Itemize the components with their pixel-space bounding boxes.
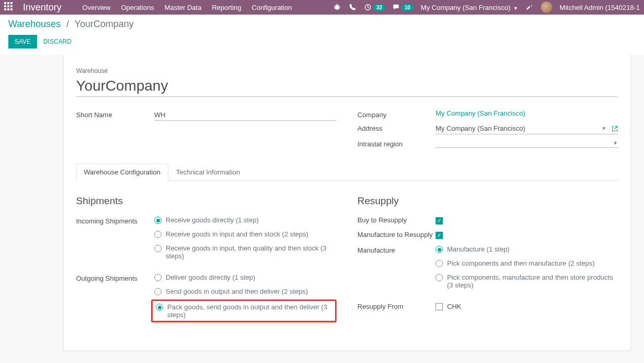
manufacture-to-resupply-label: Manufacture to Resupply <box>357 231 436 239</box>
manufacture-option-1step[interactable]: Manufacture (1 step) <box>436 245 618 253</box>
messages-badge: 10 <box>401 4 413 11</box>
incoming-option-1step[interactable]: Receive goods directly (1 step) <box>154 216 337 224</box>
brand-title[interactable]: Inventory <box>23 2 61 13</box>
breadcrumb: Warehouses / YourCompany <box>8 19 636 30</box>
outgoing-option-1step[interactable]: Deliver goods directly (1 step) <box>154 273 337 281</box>
phone-icon[interactable] <box>349 3 357 11</box>
resupply-from-chk-label: CHK <box>447 303 461 310</box>
manufacture-option-1step-label: Manufacture (1 step) <box>447 245 510 253</box>
radio-icon <box>154 288 162 295</box>
section-resupply: Resupply Buy to Resupply Manufacture to … <box>357 195 618 330</box>
activities-badge: 32 <box>373 4 385 11</box>
save-button[interactable]: SAVE <box>8 35 37 48</box>
breadcrumb-current: YourCompany <box>75 19 133 29</box>
company-link[interactable]: My Company (San Francisco) <box>436 109 525 117</box>
resupply-from-chk-checkbox[interactable] <box>436 303 443 310</box>
outgoing-option-2steps-label: Send goods in output and then deliver (2… <box>166 287 308 295</box>
company-label: Company <box>357 109 436 119</box>
chevron-down-icon: ▼ <box>513 6 518 11</box>
section-shipments: Shipments Incoming Shipments Receive goo… <box>76 195 337 330</box>
tabs: Warehouse Configuration Technical Inform… <box>76 164 618 181</box>
chevron-down-icon[interactable]: ▼ <box>613 140 618 146</box>
tab-technical-information[interactable]: Technical Information <box>168 164 248 181</box>
manufacture-option-2steps[interactable]: Pick components and then manufacture (2 … <box>436 259 618 267</box>
incoming-shipments-label: Incoming Shipments <box>76 216 154 266</box>
radio-icon <box>154 231 162 238</box>
menu-configuration[interactable]: Configuration <box>252 4 292 11</box>
short-name-input[interactable] <box>154 109 337 121</box>
user-avatar[interactable] <box>541 2 552 13</box>
intrastat-label: Intrastat region <box>357 139 436 148</box>
highlight-annotation: Pack goods, send goods in output and the… <box>151 299 337 322</box>
menu-reporting[interactable]: Reporting <box>212 4 241 11</box>
radio-icon <box>436 274 443 281</box>
messages-button[interactable]: 10 <box>392 4 413 11</box>
apps-icon[interactable] <box>4 2 15 12</box>
debug-icon[interactable] <box>525 3 534 11</box>
breadcrumb-separator: / <box>66 19 69 29</box>
radio-icon <box>156 304 163 311</box>
radio-icon <box>436 246 443 253</box>
outgoing-option-1step-label: Deliver goods directly (1 step) <box>166 273 255 281</box>
radio-icon <box>154 274 162 281</box>
control-panel: Warehouses / YourCompany SAVE DISCARD <box>0 15 644 48</box>
tab-warehouse-configuration[interactable]: Warehouse Configuration <box>76 164 168 181</box>
address-label: Address <box>357 123 436 132</box>
company-name: My Company (San Francisco) <box>421 4 511 11</box>
incoming-option-2steps[interactable]: Receive goods in input and then stock (2… <box>154 230 337 238</box>
incoming-option-3steps-label: Receive goods in input, then quality and… <box>166 244 337 260</box>
manufacture-option-3steps[interactable]: Pick components, manufacture and then st… <box>436 273 618 289</box>
manufacture-label: Manufacture <box>357 245 436 295</box>
buy-to-resupply-label: Buy to Resupply <box>357 216 436 224</box>
shipments-heading: Shipments <box>76 195 337 207</box>
company-switcher[interactable]: My Company (San Francisco) ▼ <box>421 4 518 11</box>
menu-master-data[interactable]: Master Data <box>165 4 202 11</box>
short-name-label: Short Name <box>76 109 154 119</box>
radio-icon <box>154 245 162 252</box>
main-menu: Overview Operations Master Data Reportin… <box>82 4 333 11</box>
svg-point-0 <box>336 5 339 10</box>
menu-overview[interactable]: Overview <box>82 4 110 11</box>
outgoing-shipments-label: Outgoing Shipments <box>76 273 154 322</box>
external-link-icon[interactable] <box>612 126 618 132</box>
radio-icon <box>436 260 443 267</box>
breadcrumb-parent[interactable]: Warehouses <box>8 19 60 29</box>
address-select[interactable]: My Company (San Francisco) <box>436 124 601 132</box>
radio-icon <box>154 217 162 224</box>
outgoing-option-3steps[interactable]: Pack goods, send goods in output and the… <box>156 303 332 319</box>
incoming-option-1step-label: Receive goods directly (1 step) <box>166 216 258 224</box>
resupply-from-label: Resupply From <box>357 303 436 310</box>
warehouse-name-input[interactable] <box>76 77 618 97</box>
chevron-down-icon[interactable]: ▼ <box>601 126 606 131</box>
form-sheet: Warehouse Short Name Company My Company … <box>63 55 631 351</box>
outgoing-option-3steps-label: Pack goods, send goods in output and the… <box>167 303 332 319</box>
bug-icon[interactable] <box>333 3 341 11</box>
manufacture-option-2steps-label: Pick components and then manufacture (2 … <box>447 259 595 267</box>
incoming-option-2steps-label: Receive goods in input and then stock (2… <box>166 230 308 238</box>
menu-operations[interactable]: Operations <box>121 4 154 11</box>
user-name[interactable]: Mitchell Admin (1540218-1 <box>560 4 640 11</box>
warehouse-label: Warehouse <box>76 67 618 74</box>
resupply-heading: Resupply <box>357 195 618 207</box>
manufacture-option-3steps-label: Pick components, manufacture and then st… <box>447 273 618 289</box>
outgoing-option-2steps[interactable]: Send goods in output and then deliver (2… <box>154 287 337 295</box>
manufacture-to-resupply-checkbox[interactable] <box>436 232 443 239</box>
discard-button[interactable]: DISCARD <box>43 38 71 45</box>
form-background: Warehouse Short Name Company My Company … <box>0 55 644 363</box>
navbar: Inventory Overview Operations Master Dat… <box>0 0 644 15</box>
incoming-option-3steps[interactable]: Receive goods in input, then quality and… <box>154 244 337 260</box>
activities-button[interactable]: 32 <box>364 4 385 11</box>
buy-to-resupply-checkbox[interactable] <box>436 217 443 224</box>
